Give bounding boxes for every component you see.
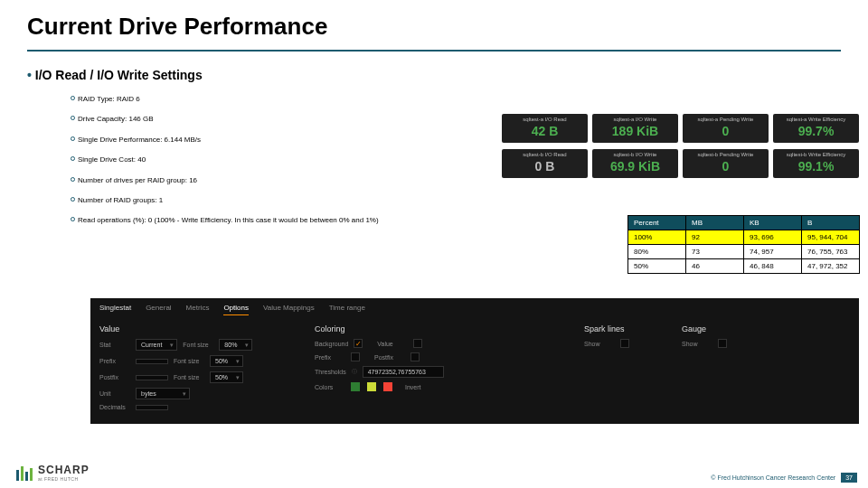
background-check[interactable] (354, 339, 363, 348)
tab-time-range[interactable]: Time range (329, 304, 365, 315)
color-swatch[interactable] (367, 382, 376, 391)
table-row: 50%4646, 84847, 972, 352 (628, 259, 860, 274)
table-row: 80%7374, 95776, 755, 763 (628, 245, 860, 259)
svg-rect-0 (16, 470, 19, 481)
col-header: Spark lines (584, 324, 665, 333)
gauge-show-check[interactable] (718, 339, 727, 348)
tab-general[interactable]: General (146, 304, 171, 315)
thresholds-input[interactable]: 47972352,76755763 (363, 366, 444, 378)
col-header: Gauge (682, 324, 763, 333)
conversion-table: PercentMBKBB 100%9293, 69695, 944, 704 8… (627, 215, 860, 274)
fontsize-select[interactable]: 50% (210, 371, 243, 383)
metric-card: sqltest-a I/O Write189 KiB (592, 114, 678, 143)
grafana-panel: Singlestat General Metrics Options Value… (90, 298, 859, 424)
fontsize-select[interactable]: 50% (210, 355, 243, 367)
color-swatch[interactable] (351, 382, 360, 391)
color-swatch[interactable] (383, 382, 392, 391)
svg-rect-3 (30, 468, 33, 481)
col-header: Value (99, 324, 298, 333)
page-number: 37 (841, 473, 857, 483)
list-item: Number of RAID groups: 1 (71, 194, 868, 207)
panel-name: Singlestat (99, 304, 131, 315)
footer: © Fred Hutchinson Cancer Research Center… (711, 473, 857, 483)
metric-cards: sqltest-a I/O Read42 B sqltest-a I/O Wri… (502, 114, 859, 184)
svg-rect-1 (21, 466, 24, 481)
page-title: Current Drive Performance (0, 0, 868, 41)
tab-bar: Singlestat General Metrics Options Value… (99, 304, 850, 315)
stat-select[interactable]: Current (136, 339, 177, 351)
metric-card: sqltest-a Pending Write0 (683, 114, 769, 143)
metric-card: sqltest-a Write Efficiency99.7% (773, 114, 859, 143)
value-check[interactable] (413, 339, 422, 348)
section-subtitle: I/O Read / I/O Write Settings (0, 52, 868, 82)
metric-card: sqltest-a I/O Read42 B (502, 114, 588, 143)
prefix-input[interactable] (136, 359, 168, 364)
metric-card: sqltest-b Write Efficiency99.1% (773, 149, 859, 178)
fontsize-select[interactable]: 80% (219, 339, 252, 351)
tab-options[interactable]: Options (223, 304, 249, 315)
tab-metrics[interactable]: Metrics (186, 304, 210, 315)
spark-show-check[interactable] (620, 339, 629, 348)
metric-card: sqltest-b I/O Write69.9 KiB (592, 149, 678, 178)
metric-card: sqltest-b Pending Write0 (683, 149, 769, 178)
logo: SCHARPat FRED HUTCH (14, 463, 90, 483)
list-item: RAID Type: RAID 6 (71, 93, 868, 106)
decimals-input[interactable] (136, 405, 168, 410)
table-row: 100%9293, 69695, 944, 704 (628, 230, 860, 245)
tab-value-mappings[interactable]: Value Mappings (263, 304, 315, 315)
col-header: Coloring (315, 324, 568, 333)
unit-select[interactable]: bytes (136, 388, 190, 399)
prefix-check[interactable] (351, 352, 360, 361)
postfix-check[interactable] (410, 352, 420, 361)
postfix-input[interactable] (136, 375, 168, 380)
svg-rect-2 (25, 472, 28, 481)
metric-card: sqltest-b I/O Read0 B (502, 149, 588, 178)
logo-icon (14, 463, 34, 483)
